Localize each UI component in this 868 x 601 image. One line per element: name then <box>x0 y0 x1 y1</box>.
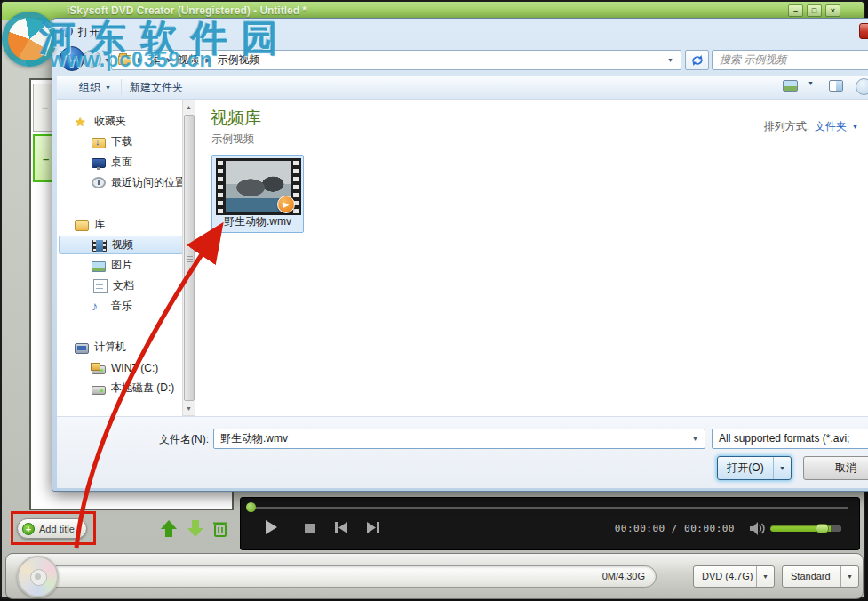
sidebar-item-pictures[interactable]: 图片 <box>59 256 183 275</box>
library-subtitle: 示例视频 <box>211 132 254 147</box>
sidebar-item-drive-c[interactable]: WIN7 (C:) <box>59 358 183 377</box>
sidebar-item-libraries[interactable]: 库 <box>59 215 183 234</box>
app-title: iSkysoft DVD Creator (Unregistered) - Un… <box>67 4 307 17</box>
views-chevron[interactable]: ▼ <box>808 80 814 86</box>
search-input[interactable]: 搜索 示例视频 <box>712 50 868 70</box>
preview-pane-button[interactable] <box>829 80 843 92</box>
sidebar-item-favorites[interactable]: ★ 收藏夹 <box>59 112 183 131</box>
scroll-up-icon[interactable]: ▲ <box>183 100 195 114</box>
volume-handle[interactable] <box>816 524 829 533</box>
seek-handle[interactable] <box>246 502 256 512</box>
breadcrumb-item-videos[interactable]: 视频 <box>178 52 199 68</box>
quality-select[interactable]: Standard ▼ <box>782 565 859 588</box>
sidebar-item-desktop[interactable]: 桌面 <box>59 153 183 172</box>
breadcrumb-separator-icon: ▶ <box>138 56 143 64</box>
arrange-label: 排列方式: <box>764 119 809 134</box>
dialog-content: ★ 收藏夹 下载 桌面 最近访问的位置 库 视频 <box>57 100 868 416</box>
stop-button[interactable] <box>305 524 315 533</box>
scroll-down-icon[interactable]: ▼ <box>183 402 195 415</box>
open-file-dialog: 打开 ← → ▼ ▶ 库 ▶ 视频 ▶ 示例视频 ▼ <box>52 18 868 492</box>
move-down-icon[interactable] <box>187 519 204 538</box>
close-button[interactable]: × <box>825 4 840 17</box>
app-window-controls: – □ × <box>788 4 840 17</box>
file-item-selected[interactable]: ▶ 野生动物.wmv <box>211 155 304 233</box>
sidebar-item-drive-d[interactable]: 本地磁盘 (D:) <box>59 379 183 397</box>
next-button[interactable] <box>367 522 379 533</box>
preview-player-bar: 00:00:00 / 00:00:00 <box>240 497 860 550</box>
delete-trash-icon[interactable] <box>211 519 229 538</box>
open-split-chevron-icon[interactable]: ▼ <box>773 457 791 479</box>
arrange-value[interactable]: 文件夹 <box>815 119 847 134</box>
folder-icon <box>118 55 131 65</box>
collapse-icon[interactable]: – <box>40 154 52 165</box>
music-note-icon: ♪ <box>92 300 106 314</box>
sidebar-item-documents[interactable]: 文档 <box>59 276 183 295</box>
breadcrumb-separator-icon: ▶ <box>166 56 171 64</box>
sidebar-item-downloads[interactable]: 下载 <box>59 132 183 151</box>
disc-type-select[interactable]: DVD (4.7G) ▼ <box>693 565 775 588</box>
dialog-close-button[interactable] <box>859 23 868 39</box>
new-folder-button[interactable]: 新建文件夹 <box>130 80 183 95</box>
chevron-down-icon: ▼ <box>852 124 858 130</box>
sidebar-item-recent-places[interactable]: 最近访问的位置 <box>59 173 183 192</box>
maximize-button[interactable]: □ <box>807 4 822 17</box>
dialog-toolbar: 组织 ▼ 新建文件夹 ▼ <box>57 76 868 100</box>
chevron-down-icon: ▼ <box>105 84 111 91</box>
chevron-down-icon[interactable]: ▼ <box>840 566 858 587</box>
views-icon <box>783 80 798 92</box>
capacity-text: 0M/4.30G <box>602 571 645 581</box>
help-button[interactable] <box>856 78 868 95</box>
organize-menu[interactable]: 组织 ▼ <box>79 80 111 95</box>
libraries-folder-icon <box>75 220 89 231</box>
speaker-icon[interactable] <box>750 522 765 535</box>
nav-history-chevron-icon[interactable]: ▼ <box>104 57 110 63</box>
move-up-icon[interactable] <box>160 519 178 538</box>
new-folder-label: 新建文件夹 <box>130 80 183 95</box>
disc-icon <box>17 556 59 597</box>
hard-drive-icon <box>92 386 106 395</box>
breadcrumb-chevron-icon[interactable]: ▼ <box>667 57 673 63</box>
previous-button[interactable] <box>335 522 347 533</box>
download-folder-icon <box>92 138 106 148</box>
collapse-icon[interactable]: – <box>39 102 51 114</box>
play-button[interactable] <box>264 519 278 535</box>
views-button[interactable] <box>783 80 798 92</box>
seek-bar[interactable] <box>251 507 848 509</box>
chevron-down-icon[interactable]: ▼ <box>756 566 774 587</box>
format-value: All supported formats (*.avi; <box>719 432 849 445</box>
sidebar-item-videos[interactable]: 视频 <box>59 236 183 254</box>
file-format-select[interactable]: All supported formats (*.avi; <box>712 429 868 449</box>
back-button[interactable]: ← <box>60 46 84 71</box>
library-title: 视频库 <box>211 107 261 130</box>
search-placeholder: 搜索 示例视频 <box>720 53 786 66</box>
sidebar-scrollbar[interactable]: ▲ ▼ <box>182 100 195 416</box>
annotation-highlight-rect <box>11 511 96 545</box>
refresh-button[interactable] <box>685 50 709 70</box>
sidebar-item-music[interactable]: ♪ 音乐 <box>59 297 183 316</box>
filename-input[interactable]: 野生动物.wmv ▼ <box>213 429 705 449</box>
filmstrip-holes <box>217 159 225 214</box>
toolbar-divider <box>121 79 122 95</box>
app-titlebar[interactable]: iSkysoft DVD Creator (Unregistered) - Un… <box>2 2 864 20</box>
dialog-footer: 文件名(N): 野生动物.wmv ▼ All supported formats… <box>57 416 868 488</box>
breadcrumb-item-sample-videos[interactable]: 示例视频 <box>217 52 259 68</box>
quality-value: Standard <box>791 571 831 581</box>
file-name: 野生动物.wmv <box>212 214 303 229</box>
documents-icon <box>93 279 108 293</box>
dialog-titlebar[interactable]: 打开 <box>52 19 868 44</box>
open-button[interactable]: 打开(O) ▼ <box>717 456 792 480</box>
cancel-button[interactable]: 取消 <box>803 456 868 480</box>
recent-places-icon <box>92 177 106 188</box>
filename-value: 野生动物.wmv <box>220 432 288 445</box>
breadcrumb-item-library[interactable]: 库 <box>149 52 160 68</box>
minimize-button[interactable]: – <box>788 4 803 17</box>
open-button-label[interactable]: 打开(O) <box>718 457 773 479</box>
arrange-by-control[interactable]: 排列方式: 文件夹 ▼ <box>764 119 858 134</box>
chevron-down-icon[interactable]: ▼ <box>692 429 698 448</box>
scrollbar-thumb[interactable] <box>184 115 195 401</box>
volume-slider[interactable] <box>770 525 841 532</box>
forward-button[interactable]: → <box>83 50 101 68</box>
breadcrumb-separator-icon: ▶ <box>205 56 211 64</box>
breadcrumb[interactable]: ▶ 库 ▶ 视频 ▶ 示例视频 ▼ <box>111 50 681 70</box>
sidebar-item-computer[interactable]: 计算机 <box>59 338 183 357</box>
